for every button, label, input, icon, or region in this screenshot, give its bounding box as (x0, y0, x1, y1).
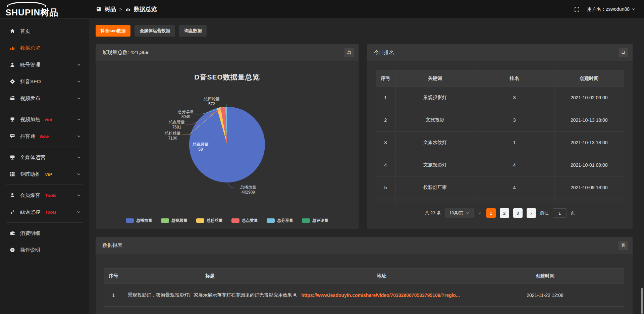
goto-suffix: 页 (571, 210, 575, 216)
legend-item-comments[interactable]: 总评论量 (302, 218, 328, 223)
legend-item-videos[interactable]: 总视频量 (161, 218, 187, 223)
tab-inquiry-data[interactable]: 询盘数据 (179, 25, 207, 37)
fullscreen-icon[interactable] (574, 7, 580, 12)
sidebar-item-label: 视频发布 (20, 95, 40, 102)
impressions-total-label: 展现量总数: 421,369 (102, 49, 149, 56)
goto-label: 前往 (540, 210, 549, 216)
pie-label-plays: 总播放量 402909 (240, 185, 256, 195)
chevron-down-icon (77, 155, 81, 159)
col-created: 创建时间 (554, 70, 624, 87)
table-row-clipped (376, 199, 624, 203)
sidebar-item-label: 会员爆客 (20, 192, 40, 199)
grid-icon (9, 171, 15, 177)
sidebar-item-account[interactable]: 账号管理 (0, 56, 89, 73)
page-button-3[interactable]: 3 (513, 208, 523, 218)
seo-chart-panel: 展现量总数: 421,369 总 D音SEO数据量总览 总评论量 (96, 44, 359, 229)
prev-page-button[interactable]: ‹ (478, 210, 482, 216)
tab-omni-media-data[interactable]: 全媒体运营数据 (135, 25, 175, 37)
table-row: 4文旅投影灯42021-10-01 09:00 (376, 154, 624, 176)
sidebar-item-home[interactable]: 首页 (0, 23, 89, 40)
sidebar-item-instructions[interactable]: ? 操作说明 (0, 242, 89, 258)
pie-label-likes: 总点赞量 7681 (169, 120, 185, 130)
member-icon (9, 193, 15, 198)
legend-chip (126, 218, 134, 223)
sidebar-item-label: 账号管理 (20, 62, 40, 68)
home-icon (9, 29, 15, 34)
goto-page-input[interactable] (553, 208, 567, 218)
chevron-down-icon (77, 193, 81, 197)
table-header-row: 序号 标题 地址 创建时间 (104, 269, 624, 284)
total-count-label: 共 23 条 (425, 210, 441, 216)
sidebar-item-omni-media[interactable]: 全媒体运营 (0, 149, 89, 166)
table-view-button[interactable]: 表 (619, 241, 628, 250)
sidebar-item-label: 视频加热 (20, 116, 40, 123)
chevron-down-icon (77, 96, 81, 100)
sidebar-divider (6, 147, 83, 147)
sidebar-item-doukotong[interactable]: 抖客通 New (0, 128, 89, 145)
main-content: 抖音seo数据 全媒体运营数据 询盘数据 展现量总数: 421,369 总 (89, 19, 644, 314)
page-button-1[interactable]: 1 (486, 208, 496, 218)
chevron-down-icon (77, 210, 81, 214)
total-view-button[interactable]: 总 (344, 48, 354, 57)
logo-cn: 树品 (40, 7, 58, 17)
tab-douyin-seo-data[interactable]: 抖音seo数据 (96, 25, 130, 37)
sidebar: 首页 数据总览 账号管理 抖音SEO 视频发布 视频加热 Hot 抖客通 New… (0, 19, 89, 314)
bar-chart-icon (9, 45, 15, 51)
sidebar-divider (6, 222, 83, 223)
sidebar-item-lead-monitor[interactable]: 线索监控 Tools (0, 204, 89, 220)
legend-chip (302, 218, 310, 223)
chevron-down-icon (77, 134, 81, 138)
page-button-2[interactable]: 2 (500, 208, 509, 218)
legend-chip (161, 218, 169, 223)
app-logo: SHUPIN树品 (0, 0, 89, 19)
sidebar-item-video-publish[interactable]: 视频发布 (0, 90, 89, 107)
page-size-select[interactable]: 10条/页 (445, 208, 474, 218)
chevron-down-icon (77, 117, 81, 121)
legend-item-plays[interactable]: 总播放量 (126, 218, 152, 223)
video-link[interactable]: https://www.iesdouyin.com/share/video/70… (297, 284, 466, 307)
logo-arc (7, 2, 46, 7)
pie-chart-svg (96, 61, 359, 229)
legend-item-likes[interactable]: 总点赞量 (231, 218, 258, 223)
sidebar-item-video-heat[interactable]: 视频加热 Hot (0, 111, 89, 128)
chevron-down-icon (77, 80, 81, 84)
ranking-title: 今日排名 (374, 49, 394, 56)
user-menu[interactable]: 用户名：zswodun88 (587, 6, 635, 12)
table-header-row: 序号 关键词 排名 创建时间 (376, 70, 624, 87)
table-row: 5投影灯厂家42021-10-09 18:00 (376, 176, 624, 199)
sidebar-item-label: 矩阵助推 (20, 171, 40, 177)
pie-label-videos: 总视频量 58 (193, 142, 209, 152)
question-icon: ? (9, 247, 15, 253)
report-title: 数据报表 (102, 242, 122, 249)
sidebar-item-label: 消费明细 (20, 230, 40, 237)
breadcrumb-root[interactable]: 树品 (105, 5, 116, 13)
sidebar-item-label: 全媒体运营 (20, 154, 45, 161)
breadcrumb-current[interactable]: 数据总览 (134, 5, 157, 13)
sidebar-item-label: 数据总览 (20, 45, 40, 51)
sidebar-item-douyin-seo[interactable]: 抖音SEO (0, 73, 89, 90)
chart-title: D音SEO数据量总览 (96, 72, 359, 82)
sidebar-item-spend-detail[interactable]: 消费明细 (0, 225, 89, 242)
chart-panel-header: 展现量总数: 421,369 总 (96, 44, 359, 61)
legend-item-fans[interactable]: 总粉丝量 (196, 218, 223, 223)
breadcrumb-separator: > (119, 7, 122, 12)
page-scrollbar-thumb[interactable] (641, 288, 643, 314)
table-row-clipped (104, 307, 624, 314)
ranking-panel-header: 今日排名 日 (367, 44, 633, 61)
legend-item-shares[interactable]: 总分享量 (267, 218, 293, 223)
day-view-button[interactable]: 日 (619, 48, 628, 57)
sidebar-item-label: 抖客通 (20, 133, 35, 140)
today-ranking-panel: 今日排名 日 序号 关键词 排名 创建时间 1景观投影灯32021-10-02 … (367, 44, 633, 229)
sidebar-item-data-overview[interactable]: 数据总览 (0, 40, 89, 56)
sidebar-item-matrix-boost[interactable]: 矩阵助推 VIP (0, 166, 89, 182)
logo-text: SHUPIN树品 (5, 8, 58, 17)
sidebar-item-member-burst[interactable]: 会员爆客 Tools (0, 187, 89, 204)
legend-chip (267, 218, 275, 223)
next-page-button[interactable]: › (527, 208, 536, 218)
legend-chip (196, 218, 204, 223)
topbar-right: 用户名：zswodun88 (574, 6, 644, 12)
dashboard-icon (96, 7, 101, 12)
sidebar-item-label: 线索监控 (20, 209, 40, 215)
breadcrumb: 树品 > 数据总览 (89, 5, 157, 13)
wallet-icon (9, 230, 15, 236)
